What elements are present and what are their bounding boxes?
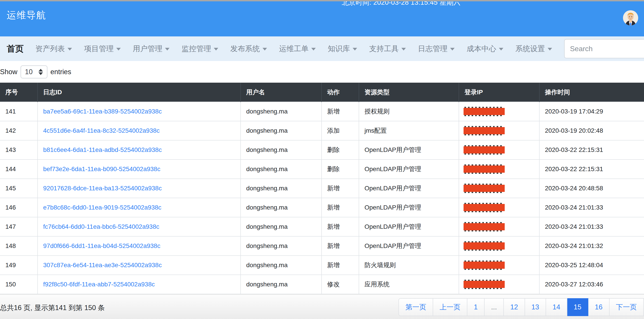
- username-cell: dongsheng.ma: [240, 236, 322, 256]
- username-cell: dongsheng.ma: [240, 256, 322, 275]
- operation-time-cell: 2020-03-19 17:04:29: [539, 102, 644, 121]
- nav-item-menu[interactable]: 成本中心: [467, 44, 503, 54]
- user-avatar[interactable]: [623, 10, 638, 25]
- resource-type-cell: 防火墙规则: [359, 256, 459, 275]
- chevron-down-icon: [165, 48, 170, 50]
- column-header: 资源类型: [359, 83, 459, 102]
- nav-item-menu[interactable]: 发布系统: [230, 44, 267, 54]
- log-id-link[interactable]: bef73e2e-6da1-11ea-b090-5254002a938c: [43, 166, 160, 172]
- login-ip-cell: [459, 256, 539, 275]
- app-title: 运维导航: [7, 9, 46, 21]
- redacted-ip: [464, 126, 504, 135]
- log-id-link[interactable]: f92f8c50-6fdf-11ea-abb7-5254002a938c: [43, 281, 155, 288]
- nav-item-menu[interactable]: 系统设置: [516, 44, 552, 54]
- log-id-link[interactable]: 307c87ea-6e54-11ea-ae3e-5254002a938c: [43, 262, 162, 269]
- operation-time-cell: 2020-03-22 22:15:31: [539, 140, 644, 159]
- pagination-item[interactable]: 12: [504, 298, 525, 316]
- table-row: 14897d0f666-6dd1-11ea-b04d-5254002a938cd…: [0, 236, 644, 256]
- nav-item-label: 用户管理: [133, 44, 162, 54]
- username-cell: dongsheng.ma: [240, 275, 322, 294]
- row-number-cell: 142: [0, 121, 38, 140]
- action-cell: 新增: [322, 256, 359, 275]
- pagination-item[interactable]: 1: [467, 298, 484, 316]
- log-id-link: 4c551d6e-6a4f-11ea-8c32-5254002a938c: [38, 121, 240, 140]
- column-header: 日志ID: [38, 83, 240, 102]
- nav-item-menu[interactable]: 项目管理: [84, 44, 121, 54]
- column-header: 操作时间: [539, 83, 644, 102]
- row-number-cell: 143: [0, 140, 38, 159]
- nav-item-label: 系统设置: [516, 44, 545, 54]
- pagination-item[interactable]: 13: [525, 298, 546, 316]
- redacted-ip: [464, 107, 504, 116]
- nav-item-menu[interactable]: 用户管理: [133, 44, 170, 54]
- nav-item-menu[interactable]: 运维工单: [279, 44, 316, 54]
- beijing-time-clock: 北京时间: 2020-03-28 13:15:45 星期六: [342, 1, 460, 7]
- log-id-link: ba7ee5a6-69c1-11ea-b389-5254002a938c: [38, 102, 240, 121]
- chevron-down-icon: [499, 48, 503, 50]
- table-row: 1424c551d6e-6a4f-11ea-8c32-5254002a938cd…: [0, 121, 644, 140]
- nav-item-label: 项目管理: [84, 44, 114, 54]
- pagination-item[interactable]: 14: [546, 298, 567, 316]
- redacted-ip: [464, 203, 504, 212]
- column-header: 登录IP: [459, 83, 539, 102]
- redacted-ip: [464, 222, 504, 231]
- log-id-link[interactable]: b81c6ee4-6da1-11ea-adbd-5254002a938c: [43, 146, 162, 153]
- pagination-item[interactable]: 下一页: [610, 298, 644, 316]
- operation-time-cell: 2020-03-22 22:15:31: [539, 159, 644, 179]
- resource-type-cell: OpenLDAP用户管理: [359, 140, 459, 159]
- login-ip-cell: [459, 121, 539, 140]
- nav-menus: 资产列表项目管理用户管理监控管理发布系统运维工单知识库支持工具日志管理成本中心系…: [35, 44, 564, 54]
- pagination-item[interactable]: 16: [588, 298, 609, 316]
- login-ip-cell: [459, 198, 539, 217]
- resource-type-cell: 授权规则: [359, 102, 459, 121]
- login-ip-cell: [459, 179, 539, 198]
- nav-item-menu[interactable]: 支持工具: [369, 44, 406, 54]
- table-header: 序号日志ID用户名动作资源类型登录IP操作时间: [0, 83, 644, 102]
- action-cell: 修改: [322, 275, 359, 294]
- table-row: 147fc76cb64-6dd0-11ea-bbc6-5254002a938cd…: [0, 217, 644, 236]
- search-input[interactable]: [564, 39, 644, 58]
- log-id-link[interactable]: 97d0f666-6dd1-11ea-b04d-5254002a938c: [43, 242, 160, 249]
- username-cell: dongsheng.ma: [240, 159, 322, 179]
- pagination-item[interactable]: 第一页: [398, 298, 433, 316]
- log-id-link: 97d0f666-6dd1-11ea-b04d-5254002a938c: [38, 236, 240, 256]
- operation-time-cell: 2020-03-24 21:01:33: [539, 217, 644, 236]
- table-length-toolbar: Show 10 entries: [0, 61, 644, 83]
- redacted-ip: [464, 241, 504, 251]
- row-number-cell: 146: [0, 198, 38, 217]
- table-row: 144bef73e2e-6da1-11ea-b090-5254002a938cd…: [0, 159, 644, 179]
- row-number-cell: 141: [0, 102, 38, 121]
- nav-item-menu[interactable]: 日志管理: [418, 44, 454, 54]
- pagination-summary: 总共16 页, 显示第141 到第 150 条: [0, 303, 105, 313]
- log-id-link: f92f8c50-6fdf-11ea-abb7-5254002a938c: [38, 275, 240, 294]
- chevron-down-icon: [214, 48, 218, 50]
- page-size-select[interactable]: 10: [20, 65, 48, 78]
- nav-item-menu[interactable]: 监控管理: [182, 44, 218, 54]
- nav-item-menu[interactable]: 知识库: [328, 44, 357, 54]
- app-header: 运维导航 北京时间: 2020-03-28 13:15:45 星期六: [0, 1, 644, 36]
- chevron-down-icon: [402, 48, 406, 50]
- chevron-down-icon: [262, 48, 267, 50]
- username-cell: dongsheng.ma: [240, 102, 322, 121]
- table-row: 150f92f8c50-6fdf-11ea-abb7-5254002a938cd…: [0, 275, 644, 294]
- pagination-item[interactable]: 上一页: [433, 298, 467, 316]
- navbar-search: Search: [564, 39, 644, 58]
- nav-item-label: 发布系统: [230, 44, 260, 54]
- login-ip-cell: [459, 236, 539, 256]
- operation-time-cell: 2020-03-19 20:02:48: [539, 121, 644, 140]
- row-number-cell: 150: [0, 275, 38, 294]
- log-id-link[interactable]: ba7ee5a6-69c1-11ea-b389-5254002a938c: [43, 108, 162, 115]
- column-header: 序号: [0, 83, 38, 102]
- pagination-item[interactable]: 15: [567, 298, 588, 316]
- nav-item-menu[interactable]: 资产列表: [35, 44, 72, 54]
- login-ip-cell: [459, 140, 539, 159]
- log-id-link[interactable]: e7b8c68c-6dd0-11ea-9019-5254002a938c: [43, 204, 162, 211]
- nav-item-home[interactable]: 首页: [7, 43, 24, 54]
- log-id-link: fc76cb64-6dd0-11ea-bbc6-5254002a938c: [38, 217, 240, 236]
- resource-type-cell: OpenLDAP用户管理: [359, 198, 459, 217]
- log-id-link[interactable]: 92017628-6dce-11ea-ba13-5254002a938c: [43, 185, 162, 192]
- log-id-link[interactable]: fc76cb64-6dd0-11ea-bbc6-5254002a938c: [43, 223, 159, 230]
- action-cell: 删除: [322, 159, 359, 179]
- log-id-link[interactable]: 4c551d6e-6a4f-11ea-8c32-5254002a938c: [43, 127, 160, 134]
- nav-item-label: 知识库: [328, 44, 350, 54]
